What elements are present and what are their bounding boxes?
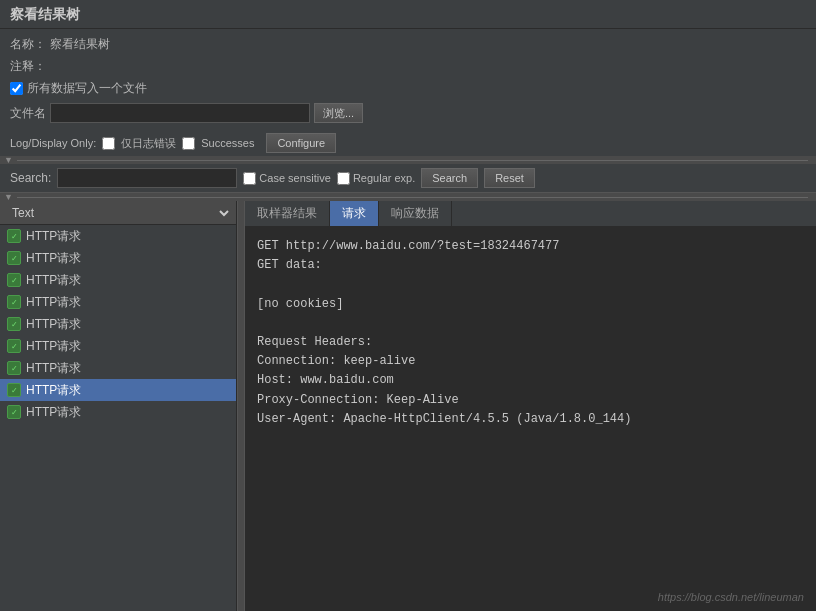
regular-exp-checkbox[interactable] [337,172,350,185]
all-data-row: 所有数据写入一个文件 [10,77,806,100]
shield-icon: ✓ [6,294,22,310]
list-item[interactable]: ✓ HTTP请求 [0,401,236,423]
list-items: ✓ HTTP请求 ✓ HTTP请求 ✓ HTTP请求 ✓ HTTP请求 ✓ [0,225,236,611]
form-section: 名称： 察看结果树 注释： 所有数据写入一个文件 文件名 浏览... [0,29,816,130]
shield-icon: ✓ [6,228,22,244]
reset-button[interactable]: Reset [484,168,535,188]
tab-request[interactable]: 请求 [330,201,379,226]
divider-2[interactable]: ▼ [0,193,816,201]
divider-1[interactable]: ▼ [0,156,816,164]
case-sensitive-checkbox[interactable] [243,172,256,185]
tabs-row: 取样器结果 请求 响应数据 [245,201,816,227]
all-data-checkbox[interactable] [10,82,23,95]
comment-label: 注释： [10,58,50,75]
content-line-7: Request Headers: [257,333,804,352]
left-panel: Text RegExp ✓ HTTP请求 ✓ HTTP请求 ✓ HTTP请求 [0,201,237,611]
list-item-label: HTTP请求 [26,338,81,355]
search-label: Search: [10,171,51,185]
filename-label: 文件名 [10,105,50,122]
list-item[interactable]: ✓ HTTP请求 [0,357,236,379]
left-panel-header: Text RegExp [0,201,236,225]
list-item[interactable]: ✓ HTTP请求 [0,247,236,269]
watermark: https://blog.csdn.net/lineuman [658,591,804,603]
log-display-label: Log/Display Only: [10,137,96,149]
comment-row: 注释： [10,55,806,77]
content-line-8: Connection: keep-alive [257,352,804,371]
list-item-selected[interactable]: ✓ HTTP请求 [0,379,236,401]
shield-icon: ✓ [6,272,22,288]
panel-divider[interactable] [237,201,245,611]
configure-button[interactable]: Configure [266,133,336,153]
content-line-1: GET http://www.baidu.com/?test=183244674… [257,237,804,256]
successes-label: Successes [201,137,254,149]
content-line-3: GET data: [257,256,804,275]
list-item[interactable]: ✓ HTTP请求 [0,225,236,247]
list-item-label: HTTP请求 [26,404,81,421]
list-item-label: HTTP请求 [26,272,81,289]
list-item-label: HTTP请求 [26,228,81,245]
shield-icon: ✓ [6,316,22,332]
search-bar: Search: Case sensitive Regular exp. Sear… [0,164,816,193]
list-item[interactable]: ✓ HTTP请求 [0,313,236,335]
content-line-11: User-Agent: Apache-HttpClient/4.5.5 (Jav… [257,410,804,429]
log-display-row: Log/Display Only: 仅日志错误 Successes Config… [0,130,816,156]
successes-checkbox[interactable] [182,137,195,150]
list-item-label: HTTP请求 [26,316,81,333]
shield-icon: ✓ [6,382,22,398]
list-item-label: HTTP请求 [26,250,81,267]
list-item[interactable]: ✓ HTTP请求 [0,335,236,357]
list-item[interactable]: ✓ HTTP请求 [0,269,236,291]
tab-response[interactable]: 响应数据 [379,201,452,226]
list-item-label: HTTP请求 [26,294,81,311]
shield-icon: ✓ [6,404,22,420]
content-line-5: [no cookies] [257,295,804,314]
main-window: 察看结果树 名称： 察看结果树 注释： 所有数据写入一个文件 文件名 浏览...… [0,0,816,611]
name-row: 名称： 察看结果树 [10,33,806,55]
search-button[interactable]: Search [421,168,478,188]
name-value: 察看结果树 [50,36,110,53]
content-area: GET http://www.baidu.com/?test=183244674… [245,227,816,611]
shield-icon: ✓ [6,250,22,266]
content-line-4 [257,275,804,294]
filename-input[interactable] [50,103,310,123]
browse-button[interactable]: 浏览... [314,103,363,123]
name-label: 名称： [10,36,50,53]
errors-checkbox[interactable] [102,137,115,150]
list-item[interactable]: ✓ HTTP请求 [0,291,236,313]
content-line-9: Host: www.baidu.com [257,371,804,390]
right-panel: 取样器结果 请求 响应数据 GET http://www.baidu.com/?… [245,201,816,611]
title-bar: 察看结果树 [0,0,816,29]
regular-exp-label[interactable]: Regular exp. [337,172,415,185]
all-data-label: 所有数据写入一个文件 [27,80,147,97]
window-title: 察看结果树 [10,6,806,24]
search-input[interactable] [57,168,237,188]
text-dropdown[interactable]: Text RegExp [4,202,232,224]
list-item-label: HTTP请求 [26,360,81,377]
content-line-10: Proxy-Connection: Keep-Alive [257,391,804,410]
errors-label: 仅日志错误 [121,136,176,151]
shield-icon: ✓ [6,360,22,376]
shield-icon: ✓ [6,338,22,354]
file-row: 文件名 浏览... [10,100,806,126]
main-content: Text RegExp ✓ HTTP请求 ✓ HTTP请求 ✓ HTTP请求 [0,201,816,611]
case-sensitive-label[interactable]: Case sensitive [243,172,331,185]
list-item-label: HTTP请求 [26,382,81,399]
content-line-6 [257,314,804,333]
tab-sampler[interactable]: 取样器结果 [245,201,330,226]
